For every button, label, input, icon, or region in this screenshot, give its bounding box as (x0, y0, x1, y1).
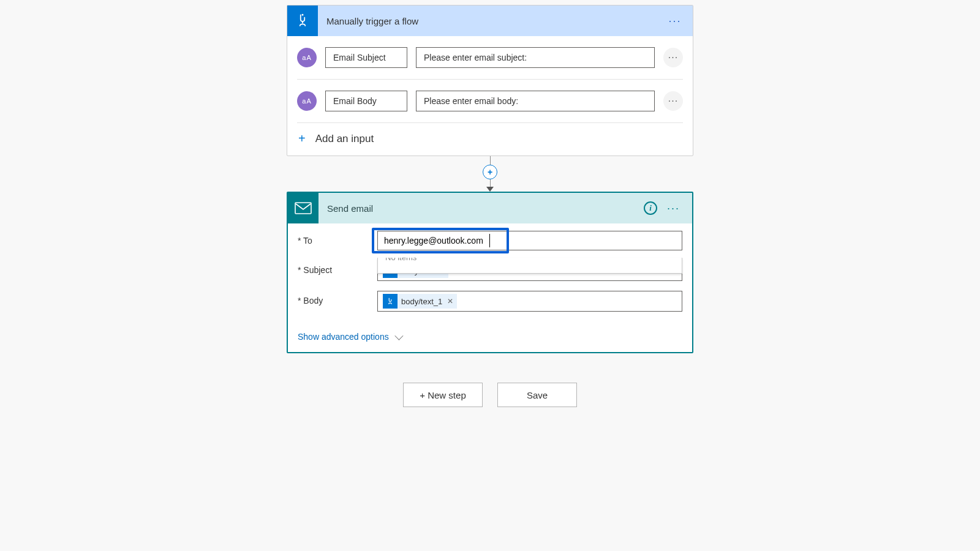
advanced-options-label: Show advanced options (298, 332, 389, 342)
show-advanced-options-link[interactable]: Show advanced options (298, 332, 401, 342)
chevron-down-icon (394, 332, 403, 340)
manual-trigger-icon (287, 6, 318, 36)
mail-icon (288, 193, 318, 223)
dynamic-content-token[interactable]: body/text_1 ✕ (383, 294, 457, 309)
no-items-label: No items (385, 258, 417, 262)
token-label: body/text_1 (401, 297, 442, 306)
trigger-title: Manually trigger a flow (318, 16, 668, 26)
action-header[interactable]: Send email i ··· (288, 193, 692, 223)
subject-label: Subject (298, 260, 377, 275)
new-step-button[interactable]: + New step (403, 383, 483, 407)
input-prompt-field[interactable]: Please enter email subject: (416, 47, 655, 68)
action-title: Send email (318, 203, 644, 214)
trigger-card: Manually trigger a flow ··· aA Email Sub… (287, 5, 693, 156)
field-row-to: To henry.legge@outlook.com (298, 231, 682, 250)
text-type-icon: aA (297, 91, 317, 111)
manual-trigger-icon (383, 294, 398, 309)
save-button[interactable]: Save (497, 383, 577, 407)
arrow-down-icon (486, 187, 494, 192)
input-row-menu-button[interactable]: ··· (663, 48, 683, 67)
to-input-text: henry.legge@outlook.com (383, 234, 484, 247)
info-icon[interactable]: i (644, 201, 657, 215)
input-row-menu-button[interactable]: ··· (663, 91, 683, 111)
plus-icon: + (298, 132, 306, 146)
to-input[interactable]: henry.legge@outlook.com (377, 231, 682, 250)
input-name-field[interactable]: Email Body (325, 91, 407, 111)
trigger-input-row: aA Email Body Please enter email body: ·… (297, 80, 683, 123)
add-input-button[interactable]: + Add an input (297, 123, 683, 156)
step-connector: + (287, 156, 693, 192)
footer-buttons: + New step Save (0, 383, 980, 407)
add-input-label: Add an input (315, 133, 374, 145)
body-input[interactable]: body/text_1 ✕ (377, 291, 682, 312)
insert-step-button[interactable]: + (483, 165, 497, 179)
trigger-menu-button[interactable]: ··· (668, 15, 693, 28)
action-card: Send email i ··· To henry.legge@outlook.… (287, 192, 693, 353)
input-prompt-field[interactable]: Please enter email body: (416, 91, 655, 111)
autocomplete-dropdown[interactable]: No items (377, 258, 682, 274)
token-remove-icon[interactable]: ✕ (446, 297, 453, 305)
input-name-field[interactable]: Email Subject (325, 47, 407, 68)
action-menu-button[interactable]: ··· (667, 202, 692, 215)
svg-point-0 (302, 14, 304, 16)
text-type-icon: aA (297, 48, 317, 67)
field-row-body: Body body/text_1 ✕ (298, 291, 682, 312)
svg-rect-1 (295, 203, 311, 214)
text-cursor-icon (489, 234, 490, 247)
trigger-input-row: aA Email Subject Please enter email subj… (297, 36, 683, 80)
to-label: To (298, 231, 377, 246)
trigger-header[interactable]: Manually trigger a flow ··· (287, 6, 693, 36)
body-label: Body (298, 291, 377, 305)
